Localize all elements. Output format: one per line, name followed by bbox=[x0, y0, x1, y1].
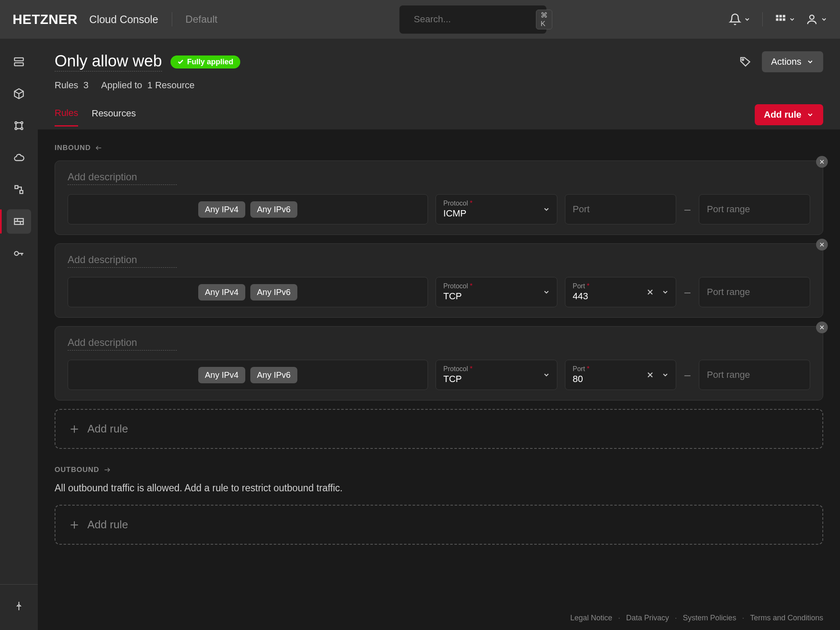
chevron-down-icon bbox=[789, 16, 795, 23]
svg-rect-7 bbox=[783, 18, 785, 21]
divider bbox=[172, 12, 172, 26]
rule-description-input[interactable] bbox=[68, 254, 177, 268]
rule-protocol-field[interactable]: Protocol * ICMP bbox=[436, 194, 557, 224]
dash: – bbox=[684, 360, 691, 390]
bell-icon bbox=[729, 13, 741, 26]
delete-rule-button[interactable] bbox=[816, 239, 828, 250]
chevron-down-icon[interactable] bbox=[662, 288, 669, 296]
sidebar-pin[interactable] bbox=[7, 594, 31, 618]
arrow-right-icon bbox=[103, 466, 111, 474]
rule-ips-field[interactable]: Any IPv4 Any IPv6 bbox=[68, 194, 428, 224]
sidebar-item-loadbalancers[interactable] bbox=[7, 113, 31, 138]
page-title[interactable]: Only allow web bbox=[55, 52, 162, 71]
ip-chip[interactable]: Any IPv6 bbox=[250, 367, 297, 383]
rule-card: Any IPv4 Any IPv6 Protocol * ICMP Port –… bbox=[55, 161, 823, 235]
main: Only allow web Fully applied Actions Ru bbox=[38, 39, 840, 630]
ip-chip[interactable]: Any IPv6 bbox=[250, 201, 297, 218]
close-icon bbox=[819, 242, 825, 248]
rule-portrange-field[interactable]: Port range bbox=[699, 194, 810, 224]
rule-description-input[interactable] bbox=[68, 171, 177, 185]
add-inbound-rule[interactable]: Add rule bbox=[55, 409, 823, 449]
ip-chip[interactable]: Any IPv4 bbox=[198, 201, 245, 218]
rule-ips-field[interactable]: Any IPv4 Any IPv6 bbox=[68, 360, 428, 390]
ip-chip[interactable]: Any IPv4 bbox=[198, 284, 245, 301]
add-rule-button[interactable]: Add rule bbox=[755, 104, 823, 125]
add-rule-row-label: Add rule bbox=[87, 422, 128, 435]
chevron-down-icon bbox=[543, 371, 550, 379]
status-badge: Fully applied bbox=[171, 55, 240, 69]
rule-description-input[interactable] bbox=[68, 337, 177, 351]
sidebar-item-security[interactable] bbox=[7, 241, 31, 266]
ip-chip[interactable]: Any IPv6 bbox=[250, 284, 297, 301]
project-selector[interactable]: Default bbox=[186, 13, 218, 25]
tab-resources[interactable]: Resources bbox=[92, 108, 136, 126]
apps-button[interactable] bbox=[774, 13, 795, 25]
grid-icon bbox=[774, 13, 786, 25]
key-icon bbox=[13, 248, 25, 259]
loadbalancer-icon bbox=[13, 120, 25, 132]
svg-point-18 bbox=[15, 251, 18, 255]
footer-policies[interactable]: System Policies bbox=[683, 614, 736, 622]
tag-button[interactable] bbox=[739, 55, 752, 68]
rule-portrange-field[interactable]: Port range bbox=[699, 277, 810, 307]
footer-privacy[interactable]: Data Privacy bbox=[626, 614, 669, 622]
chevron-down-icon[interactable] bbox=[662, 371, 669, 379]
status-badge-label: Fully applied bbox=[187, 58, 234, 66]
chevron-down-icon bbox=[744, 16, 751, 23]
add-rule-row-label: Add rule bbox=[87, 518, 128, 531]
applied-meta: Applied to 1 Resource bbox=[101, 80, 195, 91]
outbound-note: All outbound traffic is allowed. Add a r… bbox=[55, 482, 823, 494]
search-input[interactable] bbox=[414, 14, 529, 25]
arrow-left-icon bbox=[95, 144, 102, 152]
sidebar-item-floatingips[interactable] bbox=[7, 145, 31, 170]
user-icon bbox=[806, 13, 818, 26]
svg-point-12 bbox=[21, 122, 23, 124]
actions-button[interactable]: Actions bbox=[762, 51, 823, 72]
rule-portrange-field[interactable]: Port range bbox=[699, 360, 810, 390]
delete-rule-button[interactable] bbox=[816, 156, 828, 168]
chevron-down-icon bbox=[543, 288, 550, 296]
svg-rect-2 bbox=[776, 15, 779, 18]
actions-label: Actions bbox=[771, 56, 801, 67]
dash: – bbox=[684, 194, 691, 224]
search-box[interactable]: ⌘ K bbox=[399, 5, 546, 34]
svg-point-14 bbox=[21, 128, 23, 130]
outbound-section-label: OUTBOUND bbox=[55, 466, 823, 474]
add-outbound-rule[interactable]: Add rule bbox=[55, 505, 823, 545]
rule-port-field[interactable]: Port * 80 bbox=[565, 360, 676, 390]
sidebar-item-volumes[interactable] bbox=[7, 82, 31, 106]
plus-icon bbox=[69, 424, 80, 435]
check-icon bbox=[177, 58, 184, 65]
svg-rect-15 bbox=[15, 186, 18, 189]
rule-port-field[interactable]: Port bbox=[565, 194, 676, 224]
clear-port[interactable] bbox=[646, 371, 654, 379]
svg-point-8 bbox=[810, 15, 814, 19]
topbar: HETZNER Cloud Console Default ⌘ K bbox=[0, 0, 840, 39]
firewall-icon bbox=[13, 216, 25, 227]
svg-rect-16 bbox=[20, 190, 23, 193]
tab-rules[interactable]: Rules bbox=[55, 108, 78, 127]
dash: – bbox=[684, 277, 691, 307]
logo: HETZNER bbox=[13, 12, 78, 27]
delete-rule-button[interactable] bbox=[816, 322, 828, 333]
ip-chip[interactable]: Any IPv4 bbox=[198, 367, 245, 383]
close-icon bbox=[819, 324, 825, 330]
rule-protocol-field[interactable]: Protocol * TCP bbox=[436, 360, 557, 390]
rule-port-field[interactable]: Port * 443 bbox=[565, 277, 676, 307]
clear-port[interactable] bbox=[646, 288, 654, 296]
footer-legal[interactable]: Legal Notice bbox=[570, 614, 612, 622]
sidebar-item-servers[interactable] bbox=[7, 50, 31, 74]
add-rule-label: Add rule bbox=[764, 109, 801, 120]
inbound-section-label: INBOUND bbox=[55, 144, 823, 152]
footer-terms[interactable]: Terms and Conditions bbox=[750, 614, 823, 622]
rule-card: Any IPv4 Any IPv6 Protocol * TCP Port * … bbox=[55, 243, 823, 318]
rule-protocol-field[interactable]: Protocol * TCP bbox=[436, 277, 557, 307]
svg-rect-3 bbox=[780, 15, 782, 18]
rule-ips-field[interactable]: Any IPv4 Any IPv6 bbox=[68, 277, 428, 307]
sidebar-item-firewalls[interactable] bbox=[7, 209, 31, 234]
sidebar-item-networks[interactable] bbox=[7, 177, 31, 202]
chevron-down-icon bbox=[806, 111, 814, 119]
notifications-button[interactable] bbox=[729, 13, 751, 26]
console-label: Cloud Console bbox=[89, 13, 158, 26]
account-button[interactable] bbox=[806, 13, 827, 26]
